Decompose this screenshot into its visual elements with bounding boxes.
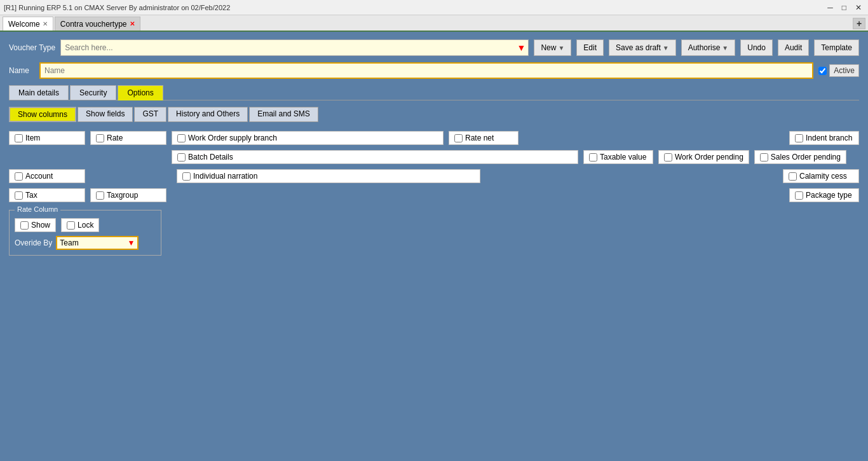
work-order-supply-branch-label: Work Order supply branch — [188, 134, 277, 142]
taxable-value-container[interactable]: Taxable value — [583, 150, 653, 164]
maximize-button[interactable]: □ — [839, 3, 849, 12]
rate-net-checkbox[interactable] — [454, 134, 463, 142]
sub-tab-email-sms[interactable]: Email and SMS — [249, 107, 318, 122]
authorise-dropdown-icon[interactable]: ▼ — [722, 45, 728, 52]
title-bar: [R1] Running ERP 5.1 on CMAX Server By a… — [0, 0, 868, 15]
rate-column-box: Rate Column Show Lock Overide By Team — [9, 210, 161, 256]
sub-tabs: Show columns Show fields GST History and… — [9, 107, 859, 122]
rate-checkbox[interactable] — [96, 134, 104, 142]
item-checkbox-container[interactable]: Item — [9, 131, 85, 145]
tab-bar: Welcome ✕ Contra vouchertype ✕ + — [0, 15, 868, 32]
voucher-type-label: Voucher Type — [9, 43, 55, 52]
active-checkbox-container: Active — [818, 64, 859, 77]
authorise-button[interactable]: Authorise ▼ — [681, 39, 736, 56]
item-label: Item — [25, 134, 40, 142]
template-button[interactable]: Template — [814, 39, 859, 56]
lock-checkbox[interactable] — [67, 221, 75, 230]
tab-options[interactable]: Options — [118, 85, 163, 100]
rate-checkbox-container[interactable]: Rate — [90, 131, 166, 145]
new-button[interactable]: New ▼ — [534, 39, 571, 56]
indent-branch-label: Indent branch — [806, 134, 852, 142]
override-dropdown-icon[interactable]: ▼ — [127, 238, 135, 247]
voucher-search-input[interactable] — [65, 43, 512, 52]
indent-branch-checkbox[interactable] — [795, 134, 803, 142]
tab-contra-close[interactable]: ✕ — [130, 20, 135, 27]
rate-label: Rate — [107, 134, 123, 142]
sub-tab-show-columns[interactable]: Show columns — [9, 107, 76, 122]
taxgroup-checkbox-container[interactable]: Taxgroup — [90, 188, 166, 202]
tab-security[interactable]: Security — [70, 85, 116, 100]
calamity-cess-label: Calamity cess — [799, 172, 847, 181]
override-by-select[interactable]: Team ▼ — [56, 236, 139, 250]
taxable-value-checkbox[interactable] — [589, 153, 597, 162]
voucher-dropdown-arrow-icon[interactable]: ▼ — [517, 43, 526, 53]
sales-order-pending-checkbox[interactable] — [760, 153, 768, 162]
work-order-supply-branch-checkbox[interactable] — [177, 134, 186, 142]
taxgroup-checkbox[interactable] — [96, 191, 104, 200]
new-dropdown-icon[interactable]: ▼ — [558, 45, 564, 52]
rate-net-label: Rate net — [465, 134, 494, 142]
individual-narration-container[interactable]: Individual narration — [177, 169, 480, 183]
columns-area: Item Rate Work Order supply branch Rate … — [9, 131, 859, 256]
tab-welcome[interactable]: Welcome ✕ — [3, 17, 53, 31]
account-checkbox[interactable] — [15, 172, 23, 181]
package-type-container[interactable]: Package type — [789, 188, 859, 202]
account-checkbox-container[interactable]: Account — [9, 169, 85, 183]
show-checkbox[interactable] — [20, 221, 29, 230]
tab-contra-label: Contra vouchertype — [60, 20, 127, 29]
tax-checkbox-container[interactable]: Tax — [9, 188, 85, 202]
voucher-type-row: Voucher Type ▼ New ▼ Edit Save as draft … — [9, 39, 859, 56]
tab-contra-vouchertype[interactable]: Contra vouchertype ✕ — [55, 17, 140, 31]
sub-tab-history[interactable]: History and Others — [168, 107, 248, 122]
title-controls: ─ □ ✕ — [825, 3, 864, 12]
edit-button[interactable]: Edit — [576, 39, 604, 56]
work-order-pending-label: Work Order pending — [675, 153, 743, 162]
calamity-cess-checkbox[interactable] — [789, 172, 797, 181]
name-input[interactable] — [39, 62, 813, 79]
batch-details-label: Batch Details — [188, 153, 233, 162]
new-tab-button[interactable]: + — [853, 18, 865, 29]
package-type-label: Package type — [806, 191, 852, 200]
taxable-value-label: Taxable value — [600, 153, 646, 162]
rate-net-container[interactable]: Rate net — [449, 131, 519, 145]
active-checkbox[interactable] — [818, 67, 827, 75]
main-content: Voucher Type ▼ New ▼ Edit Save as draft … — [0, 32, 868, 263]
work-order-supply-branch-container[interactable]: Work Order supply branch — [172, 131, 444, 145]
sub-tab-gst[interactable]: GST — [134, 107, 166, 122]
sub-tab-show-fields[interactable]: Show fields — [78, 107, 133, 122]
row-1: Item Rate Work Order supply branch Rate … — [9, 131, 859, 145]
save-draft-dropdown-icon[interactable]: ▼ — [663, 45, 669, 52]
work-order-pending-checkbox[interactable] — [664, 153, 672, 162]
sales-order-pending-container[interactable]: Sales Order pending — [754, 150, 846, 164]
save-as-draft-button[interactable]: Save as draft ▼ — [609, 39, 676, 56]
close-button[interactable]: ✕ — [853, 3, 864, 12]
minimize-button[interactable]: ─ — [825, 3, 836, 12]
batch-details-container[interactable]: Batch Details — [172, 150, 578, 164]
calamity-cess-container[interactable]: Calamity cess — [783, 169, 859, 183]
batch-details-checkbox[interactable] — [177, 153, 186, 162]
indent-branch-container[interactable]: Indent branch — [789, 131, 859, 145]
row-3: Account Individual narration Calamity ce… — [9, 169, 859, 183]
show-checkbox-container[interactable]: Show — [15, 218, 56, 232]
row-4: Tax Taxgroup Package type — [9, 188, 859, 202]
tax-checkbox[interactable] — [15, 191, 23, 200]
individual-narration-checkbox[interactable] — [182, 172, 191, 181]
item-checkbox[interactable] — [15, 134, 23, 142]
tab-main-details[interactable]: Main details — [9, 85, 69, 100]
rate-column-legend: Rate Column — [15, 205, 60, 213]
voucher-type-search[interactable]: ▼ — [60, 39, 529, 56]
work-order-pending-container[interactable]: Work Order pending — [658, 150, 749, 164]
package-type-checkbox[interactable] — [795, 191, 803, 200]
audit-button[interactable]: Audit — [778, 39, 809, 56]
active-label[interactable]: Active — [829, 64, 859, 77]
lock-checkbox-container[interactable]: Lock — [61, 218, 99, 232]
lock-label: Lock — [78, 221, 93, 230]
title-text: [R1] Running ERP 5.1 on CMAX Server By a… — [4, 4, 230, 11]
rate-column-show-lock-row: Show Lock — [15, 218, 156, 232]
name-label: Name — [9, 66, 34, 75]
undo-button[interactable]: Undo — [740, 39, 773, 56]
show-label: Show — [31, 221, 50, 230]
tab-welcome-close[interactable]: ✕ — [43, 20, 48, 27]
override-by-row: Overide By Team ▼ — [15, 236, 156, 250]
name-row: Name Active — [9, 62, 859, 79]
